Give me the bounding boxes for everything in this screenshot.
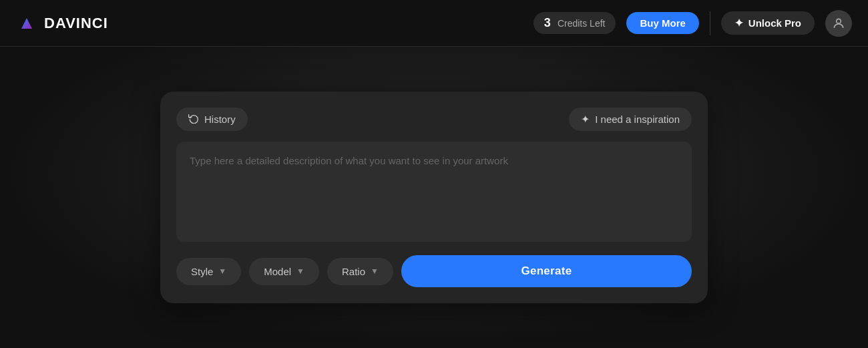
- ratio-label: Ratio: [342, 266, 365, 277]
- history-button[interactable]: History: [176, 108, 248, 131]
- person-icon: [832, 17, 845, 30]
- svg-point-1: [837, 19, 841, 23]
- style-dropdown-button[interactable]: Style ▼: [176, 258, 241, 285]
- prompt-textarea[interactable]: [176, 142, 692, 242]
- ratio-dropdown-button[interactable]: Ratio ▼: [327, 258, 393, 285]
- model-chevron-icon: ▼: [296, 267, 304, 276]
- main-card: History ✦ I need a inspiration Style ▼ M…: [160, 92, 708, 303]
- inspiration-label: I need a inspiration: [595, 114, 680, 125]
- credits-label: Credits Left: [558, 18, 606, 29]
- inspiration-sparkle-icon: ✦: [581, 113, 590, 126]
- model-dropdown-button[interactable]: Model ▼: [249, 258, 319, 285]
- history-icon: [188, 113, 199, 126]
- nav-divider: [710, 11, 710, 35]
- logo-area: DAVINCI: [16, 13, 108, 34]
- style-chevron-icon: ▼: [218, 267, 226, 276]
- history-label: History: [204, 114, 236, 125]
- credits-number: 3: [544, 16, 551, 30]
- credits-area: 3 Credits Left: [533, 12, 616, 34]
- card-bottom-row: Style ▼ Model ▼ Ratio ▼ Generate: [176, 255, 692, 287]
- inspiration-button[interactable]: ✦ I need a inspiration: [569, 108, 692, 131]
- logo-text: DAVINCI: [44, 15, 108, 32]
- unlock-pro-label: Unlock Pro: [748, 17, 801, 29]
- unlock-pro-button[interactable]: ✦ Unlock Pro: [721, 11, 815, 35]
- generate-button[interactable]: Generate: [401, 255, 692, 287]
- sparkle-icon: ✦: [734, 17, 743, 29]
- logo-icon: [16, 13, 37, 34]
- style-label: Style: [191, 266, 213, 277]
- nav-right: 3 Credits Left Buy More ✦ Unlock Pro: [533, 10, 852, 37]
- card-top-row: History ✦ I need a inspiration: [176, 108, 692, 131]
- model-label: Model: [264, 266, 291, 277]
- main-content: History ✦ I need a inspiration Style ▼ M…: [0, 47, 868, 348]
- user-avatar-button[interactable]: [825, 10, 852, 37]
- navbar: DAVINCI 3 Credits Left Buy More ✦ Unlock…: [0, 0, 868, 47]
- ratio-chevron-icon: ▼: [371, 267, 379, 276]
- buy-more-button[interactable]: Buy More: [626, 12, 698, 34]
